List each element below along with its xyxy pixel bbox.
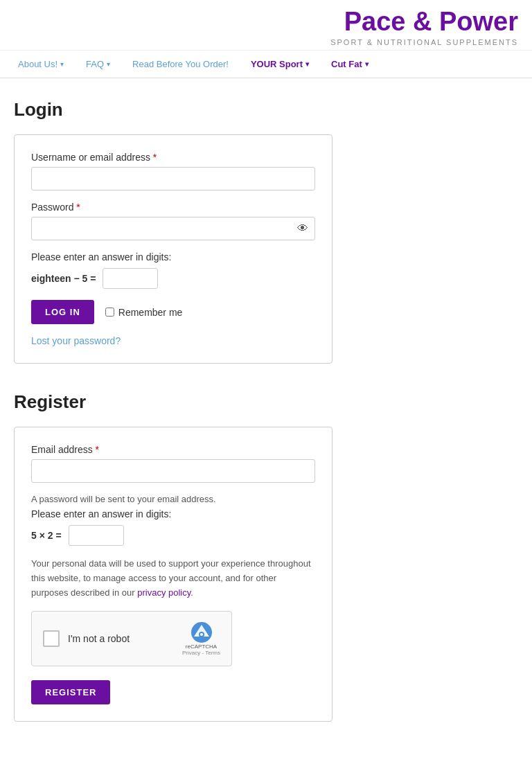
lost-password-link[interactable]: Lost your password? bbox=[31, 335, 121, 346]
svg-point-2 bbox=[200, 633, 203, 636]
eye-icon[interactable]: 👁 bbox=[297, 222, 308, 235]
privacy-text: Your personal data will be used to suppo… bbox=[31, 557, 315, 600]
recaptcha-label: I'm not a robot bbox=[68, 633, 130, 644]
nav-your-sport[interactable]: YOUR Sport ▾ bbox=[240, 51, 320, 78]
email-input[interactable] bbox=[31, 459, 315, 483]
main-content: Login Username or email address * Passwo… bbox=[0, 78, 532, 770]
password-input[interactable] bbox=[31, 217, 315, 240]
register-captcha-equation: 5 × 2 = bbox=[31, 530, 62, 541]
login-button[interactable]: LOG IN bbox=[31, 300, 94, 324]
password-note: A password will be sent to your email ad… bbox=[31, 494, 315, 504]
password-wrapper: 👁 bbox=[31, 217, 315, 240]
chevron-down-icon: ▾ bbox=[365, 60, 369, 68]
recaptcha-left: I'm not a robot bbox=[43, 630, 130, 647]
recaptcha-right: reCAPTCHA Privacy - Terms bbox=[182, 621, 220, 656]
password-label: Password * bbox=[31, 202, 315, 213]
login-title: Login bbox=[14, 99, 518, 121]
remember-row: LOG IN Remember me bbox=[31, 300, 315, 324]
nav-about[interactable]: About Us! ▾ bbox=[7, 51, 75, 78]
main-nav: About Us! ▾ FAQ ▾ Read Before You Order!… bbox=[0, 51, 532, 78]
recaptcha-widget[interactable]: I'm not a robot reCAPTCHA Privacy - Term… bbox=[31, 611, 232, 666]
recaptcha-brand-text: reCAPTCHA bbox=[186, 643, 217, 650]
remember-checkbox[interactable] bbox=[105, 308, 114, 317]
required-star: * bbox=[76, 202, 80, 213]
chevron-down-icon: ▾ bbox=[60, 60, 64, 68]
register-title: Register bbox=[14, 391, 518, 413]
chevron-down-icon: ▾ bbox=[305, 60, 309, 68]
site-header: Pace & Power SPORT & NUTRITIONAL SUPPLEM… bbox=[0, 0, 532, 51]
nav-cut-fat[interactable]: Cut Fat ▾ bbox=[320, 51, 380, 78]
username-label: Username or email address * bbox=[31, 152, 315, 163]
site-title: Pace & Power bbox=[14, 7, 518, 37]
required-star: * bbox=[153, 152, 157, 163]
site-subtitle: SPORT & NUTRITIONAL SUPPLEMENTS bbox=[14, 38, 518, 46]
captcha-equation: eighteen − 5 = bbox=[31, 273, 96, 284]
register-captcha-row: 5 × 2 = bbox=[31, 525, 315, 546]
required-star: * bbox=[96, 444, 99, 455]
recaptcha-checkbox[interactable] bbox=[43, 630, 60, 647]
captcha-label: Please enter an answer in digits: bbox=[31, 251, 315, 263]
register-captcha-label: Please enter an answer in digits: bbox=[31, 508, 315, 519]
register-captcha-input[interactable] bbox=[69, 525, 124, 546]
captcha-row: eighteen − 5 = bbox=[31, 268, 315, 289]
nav-read-before[interactable]: Read Before You Order! bbox=[121, 51, 240, 78]
remember-label[interactable]: Remember me bbox=[105, 307, 183, 318]
login-form-box: Username or email address * Password * 👁… bbox=[14, 134, 332, 364]
recaptcha-links-text: Privacy - Terms bbox=[182, 650, 220, 656]
email-label: Email address * bbox=[31, 444, 315, 455]
nav-faq[interactable]: FAQ ▾ bbox=[75, 51, 121, 78]
register-form-box: Email address * A password will be sent … bbox=[14, 427, 332, 722]
register-button[interactable]: REGISTER bbox=[31, 680, 110, 704]
chevron-down-icon: ▾ bbox=[107, 60, 110, 68]
captcha-input[interactable] bbox=[103, 268, 158, 289]
privacy-policy-link[interactable]: privacy policy bbox=[137, 587, 190, 598]
username-input[interactable] bbox=[31, 167, 315, 190]
recaptcha-logo-icon bbox=[190, 621, 213, 643]
